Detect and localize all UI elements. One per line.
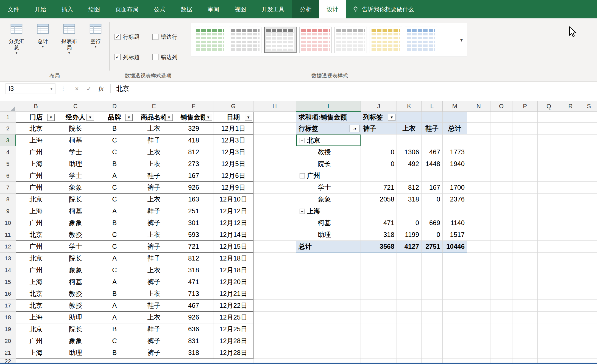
cell-k13[interactable] xyxy=(397,253,422,264)
cell-p5[interactable] xyxy=(512,158,538,170)
cell-g21[interactable]: 12月28日 xyxy=(213,347,253,359)
cell-c3[interactable]: 柯基 xyxy=(56,135,95,146)
cell-g15[interactable]: 12月20日 xyxy=(213,276,253,288)
ribbon-tab-developer[interactable]: 开发工具 xyxy=(254,0,292,18)
cell-c19[interactable]: 院长 xyxy=(56,323,95,335)
cell-g10[interactable]: 12月12日 xyxy=(213,217,253,229)
cell-f1[interactable]: 销售金额▼ xyxy=(174,112,213,123)
row-header-5[interactable]: 5 xyxy=(0,158,16,170)
cell-r8[interactable] xyxy=(560,194,581,205)
cell-g1[interactable]: 日期▼ xyxy=(213,112,253,123)
cell-c1[interactable]: 经办人▼ xyxy=(56,112,95,123)
cell-l16[interactable] xyxy=(422,288,443,300)
row-header-4[interactable]: 4 xyxy=(0,146,16,158)
cell-g5[interactable]: 12月5日 xyxy=(213,158,253,170)
cell-f15[interactable]: 471 xyxy=(174,276,213,288)
cell-i18[interactable] xyxy=(296,312,361,323)
cell-n15[interactable] xyxy=(467,276,490,288)
column-header-n[interactable]: N xyxy=(467,101,490,112)
cell-n14[interactable] xyxy=(467,264,490,276)
cell-s10[interactable] xyxy=(581,217,597,229)
cell-c15[interactable]: 柯基 xyxy=(56,276,95,288)
cell-q17[interactable] xyxy=(538,300,560,312)
ribbon-tab-analyze[interactable]: 分析 xyxy=(292,0,319,18)
cell-j1[interactable]: 列标签▼ xyxy=(361,112,397,123)
cell-d10[interactable]: B xyxy=(95,217,134,229)
cell-m21[interactable] xyxy=(443,347,467,359)
cell-s1[interactable] xyxy=(581,112,597,123)
cell-r5[interactable] xyxy=(560,158,581,170)
gallery-more-button[interactable]: ▾ xyxy=(456,23,467,57)
cell-c6[interactable]: 学士 xyxy=(56,170,95,182)
column-header-k[interactable]: K xyxy=(397,101,422,112)
cell-c16[interactable]: 教授 xyxy=(56,288,95,300)
cell-p1[interactable] xyxy=(512,112,538,123)
column-header-q[interactable]: Q xyxy=(538,101,560,112)
cell-f4[interactable]: 812 xyxy=(174,146,213,158)
checkbox-banded-rows[interactable]: 镶边行 xyxy=(152,33,185,41)
cell-h17[interactable] xyxy=(253,300,296,312)
cell-m8[interactable]: 2376 xyxy=(443,194,467,205)
cell-j3[interactable] xyxy=(361,135,397,146)
cell-j10[interactable]: 471 xyxy=(361,217,397,229)
cell-r18[interactable] xyxy=(560,312,581,323)
row-header-2[interactable]: 2 xyxy=(0,123,16,135)
cell-q3[interactable] xyxy=(538,135,560,146)
cell-r4[interactable] xyxy=(560,146,581,158)
cell-g7[interactable]: 12月9日 xyxy=(213,182,253,194)
cell-k3[interactable] xyxy=(397,135,422,146)
cell-o2[interactable] xyxy=(490,123,512,135)
cell-l8[interactable]: 0 xyxy=(422,194,443,205)
cell-e20[interactable]: 裤子 xyxy=(134,335,174,347)
cell-p6[interactable] xyxy=(512,170,538,182)
cell-m13[interactable] xyxy=(443,253,467,264)
row-header-6[interactable]: 6 xyxy=(0,170,16,182)
cell-o17[interactable] xyxy=(490,300,512,312)
row-header-15[interactable]: 15 xyxy=(0,276,16,288)
cell-i1[interactable]: 求和项:销售金额 xyxy=(296,112,361,123)
pivot-style-blue[interactable] xyxy=(405,27,437,53)
cell-p19[interactable] xyxy=(512,323,538,335)
cell-q6[interactable] xyxy=(538,170,560,182)
cell-h20[interactable] xyxy=(253,335,296,347)
cell-h4[interactable] xyxy=(253,146,296,158)
cell-h7[interactable] xyxy=(253,182,296,194)
formula-input[interactable]: 北京 xyxy=(114,84,597,93)
cell-f9[interactable]: 251 xyxy=(174,205,213,217)
cell-g14[interactable]: 12月18日 xyxy=(213,264,253,276)
cell-i14[interactable] xyxy=(296,264,361,276)
cell-i7[interactable]: 学士 xyxy=(296,182,361,194)
cell-j5[interactable]: 0 xyxy=(361,158,397,170)
cell-r20[interactable] xyxy=(560,335,581,347)
cell-q5[interactable] xyxy=(538,158,560,170)
cell-k20[interactable] xyxy=(397,335,422,347)
cell-k2[interactable]: 上衣 xyxy=(397,123,422,135)
row-header-20[interactable]: 20 xyxy=(0,335,16,347)
pivot-style-red[interactable] xyxy=(299,27,332,53)
cell-q1[interactable] xyxy=(538,112,560,123)
cell-n20[interactable] xyxy=(467,335,490,347)
column-labels-filter-icon[interactable]: ▼ xyxy=(388,114,395,121)
cell-l15[interactable] xyxy=(422,276,443,288)
cell-s9[interactable] xyxy=(581,205,597,217)
cell-r14[interactable] xyxy=(560,264,581,276)
pivot-style-gray-light[interactable] xyxy=(229,27,261,53)
cell-g18[interactable]: 12月25日 xyxy=(213,312,253,323)
cell-b12[interactable]: 广州 xyxy=(16,241,56,253)
cell-p21[interactable] xyxy=(512,347,538,359)
row-header-12[interactable]: 12 xyxy=(0,241,16,253)
cell-j6[interactable] xyxy=(361,170,397,182)
cell-o19[interactable] xyxy=(490,323,512,335)
cell-l1[interactable] xyxy=(422,112,443,123)
row-header-21[interactable]: 21 xyxy=(0,347,16,359)
cell-m20[interactable] xyxy=(443,335,467,347)
cell-c9[interactable]: 柯基 xyxy=(56,205,95,217)
cell-n11[interactable] xyxy=(467,229,490,241)
row-header-17[interactable]: 17 xyxy=(0,300,16,312)
cell-r12[interactable] xyxy=(560,241,581,253)
cell-h12[interactable] xyxy=(253,241,296,253)
cell-n4[interactable] xyxy=(467,146,490,158)
cell-c7[interactable]: 象象 xyxy=(56,182,95,194)
collapse-button-shanghai[interactable]: − xyxy=(300,209,305,214)
cell-k6[interactable] xyxy=(397,170,422,182)
